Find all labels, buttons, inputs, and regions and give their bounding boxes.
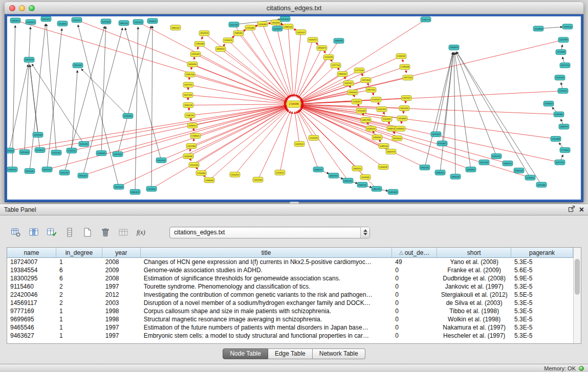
network-node[interactable]: 1247621 bbox=[294, 141, 304, 146]
network-node[interactable]: 1221397 bbox=[558, 37, 569, 42]
network-node[interactable]: 1821641 bbox=[388, 189, 398, 194]
network-node[interactable]: 1316416 bbox=[347, 90, 358, 95]
network-node[interactable]: 1875303 bbox=[361, 78, 371, 83]
network-node[interactable]: 1807311 bbox=[329, 173, 339, 178]
network-node[interactable]: 1210308 bbox=[551, 136, 561, 141]
network-node[interactable]: 1681851 bbox=[10, 18, 20, 23]
network-node[interactable]: 1934045 bbox=[204, 178, 214, 183]
network-node[interactable]: 1595812 bbox=[543, 101, 554, 106]
network-node[interactable]: 1805974 bbox=[386, 149, 396, 154]
network-node[interactable]: 1047427 bbox=[343, 81, 354, 86]
column-header-out_de[interactable]: △out_de… bbox=[392, 248, 437, 258]
network-node[interactable]: 8313041 bbox=[280, 16, 290, 21]
network-node[interactable]: 1605044 bbox=[33, 132, 43, 137]
network-node[interactable]: 1944879 bbox=[449, 45, 459, 50]
network-node[interactable]: 1877510 bbox=[403, 75, 413, 80]
network-node[interactable]: 1973493 bbox=[556, 50, 566, 55]
new-column-icon[interactable] bbox=[45, 226, 58, 239]
network-node[interactable]: 1616251 bbox=[308, 37, 318, 42]
tab-edge-table[interactable]: Edge Table bbox=[268, 348, 313, 359]
network-node[interactable]: 1881207 bbox=[170, 25, 181, 30]
network-node[interactable]: 1828601 bbox=[215, 47, 226, 52]
network-node[interactable]: 1261065 bbox=[190, 52, 201, 57]
table-row[interactable]: 1830029562008Estimation of significance … bbox=[7, 274, 573, 282]
network-node[interactable]: 1154630 bbox=[57, 21, 68, 26]
table-mode-icon[interactable] bbox=[9, 226, 23, 239]
network-node[interactable]: 1623145 bbox=[253, 177, 263, 182]
network-node[interactable]: 1758621 bbox=[190, 133, 201, 138]
network-node[interactable]: 1427551 bbox=[183, 82, 193, 87]
network-node[interactable]: 1956515 bbox=[26, 19, 36, 25]
network-node[interactable]: 1495798 bbox=[361, 117, 371, 122]
table-row[interactable]: 911546021997Tourette syndrome. Phenomeno… bbox=[7, 282, 573, 291]
table-row[interactable]: 946362711997Embryonic stem cells: a mode… bbox=[7, 332, 573, 340]
network-node[interactable]: 1854672 bbox=[317, 46, 327, 51]
network-node[interactable]: 1216427 bbox=[352, 99, 362, 104]
network-node[interactable]: 1291621 bbox=[558, 89, 568, 94]
network-node[interactable]: 1785408 bbox=[194, 41, 205, 47]
network-node[interactable]: 1689321 bbox=[435, 170, 445, 175]
tab-node-table[interactable]: Node Table bbox=[223, 348, 268, 359]
network-node[interactable]: 1932141 bbox=[357, 182, 367, 187]
network-node[interactable]: 1451384 bbox=[186, 143, 197, 148]
network-node[interactable]: 1425314 bbox=[555, 75, 565, 80]
network-node[interactable]: 1067427 bbox=[401, 96, 411, 101]
column-header-pagerank[interactable]: pagerank bbox=[511, 248, 573, 258]
minimize-window-button[interactable] bbox=[19, 5, 25, 11]
network-node[interactable]: 1999754 bbox=[185, 72, 195, 77]
network-node[interactable]: 1891421 bbox=[78, 173, 88, 178]
table-row[interactable]: 969969511998Structural magnetic resonanc… bbox=[7, 315, 573, 323]
network-node[interactable]: 1099651 bbox=[395, 126, 405, 131]
network-node[interactable]: 2526050 bbox=[7, 148, 14, 153]
network-node[interactable]: 1621231 bbox=[79, 141, 89, 146]
network-node[interactable]: 1899651 bbox=[372, 135, 382, 140]
network-node[interactable]: 1694821 bbox=[466, 167, 476, 172]
network-node[interactable]: 1702151 bbox=[133, 19, 143, 25]
column-header-short[interactable]: short bbox=[437, 248, 511, 258]
network-node[interactable]: 1977714 bbox=[331, 63, 341, 68]
column-header-in_degree[interactable]: in_degree bbox=[56, 248, 102, 258]
network-hub-node[interactable]: 1724046 bbox=[287, 101, 301, 107]
table-vertical-scrollbar[interactable] bbox=[573, 248, 581, 343]
network-node[interactable]: 1915449 bbox=[356, 108, 366, 113]
network-node[interactable]: 1929121 bbox=[562, 24, 573, 29]
network-node[interactable]: 1619631 bbox=[360, 174, 371, 180]
network-node[interactable]: 5901513 bbox=[42, 167, 52, 172]
network-node[interactable]: 1627163 bbox=[183, 93, 193, 98]
network-node[interactable]: 1219651 bbox=[146, 186, 157, 191]
network-node[interactable]: 1894131 bbox=[450, 174, 461, 179]
network-node[interactable]: 1684541 bbox=[7, 167, 17, 172]
column-header-year[interactable]: year bbox=[102, 248, 141, 258]
network-node[interactable]: 1097541 bbox=[113, 151, 123, 157]
network-node[interactable]: 1974511 bbox=[35, 147, 45, 152]
network-node[interactable]: 1679312 bbox=[431, 132, 441, 137]
network-node[interactable]: 1245031 bbox=[396, 54, 406, 59]
network-node[interactable]: 1865141 bbox=[119, 20, 129, 26]
network-node[interactable]: 1986130 bbox=[283, 24, 293, 29]
column-visibility-icon[interactable] bbox=[27, 226, 40, 239]
window-titlebar[interactable]: citations_edges.txt bbox=[5, 2, 583, 14]
row-height-icon[interactable] bbox=[63, 226, 76, 239]
network-node[interactable]: 1200411 bbox=[223, 38, 233, 43]
network-node[interactable]: 1871231 bbox=[479, 160, 489, 165]
zoom-window-button[interactable] bbox=[29, 5, 35, 11]
table-row[interactable]: 1456911722003Disruption of a novel membe… bbox=[7, 299, 573, 307]
network-node[interactable]: 1830126 bbox=[183, 103, 193, 108]
network-node[interactable]: 1773051 bbox=[560, 147, 570, 152]
network-node[interactable]: 1645251 bbox=[343, 178, 353, 183]
network-node[interactable]: 1685421 bbox=[130, 189, 140, 194]
network-node[interactable]: 1610162 bbox=[399, 106, 409, 111]
network-node[interactable]: 1651241 bbox=[59, 170, 70, 175]
delete-table-icon[interactable] bbox=[99, 226, 112, 239]
float-panel-icon[interactable] bbox=[568, 205, 575, 214]
network-node[interactable]: 1582062 bbox=[233, 31, 244, 36]
network-node[interactable]: 1154808 bbox=[533, 26, 543, 31]
network-node[interactable]: 1777154 bbox=[354, 68, 364, 73]
network-node[interactable]: 1125419 bbox=[272, 26, 282, 31]
network-node[interactable]: 1047491 bbox=[377, 107, 387, 112]
network-node[interactable]: 1320451 bbox=[230, 172, 240, 177]
network-node[interactable]: 1893151 bbox=[352, 166, 362, 171]
network-node[interactable]: 1634189 bbox=[183, 154, 193, 159]
column-header-name[interactable]: name bbox=[7, 248, 56, 258]
network-canvas[interactable]: 1724046188120716026741785408126106518264… bbox=[7, 16, 581, 200]
